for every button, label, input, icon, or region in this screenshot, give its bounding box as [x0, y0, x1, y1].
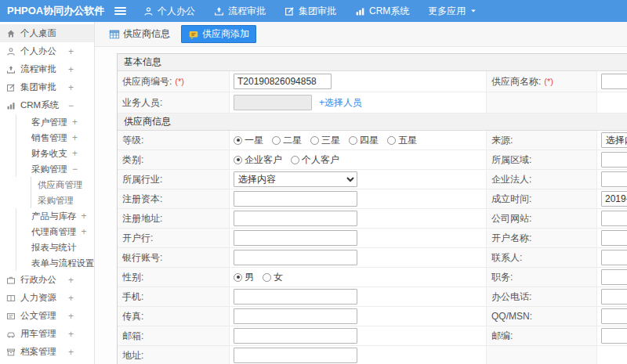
sidebar-item-reports[interactable]: 报表与统计: [16, 240, 94, 255]
gender-radio-group-option-1[interactable]: 女: [263, 271, 283, 284]
field-label-cell: 开户行:: [118, 229, 230, 247]
grade-radio-group-option-3[interactable]: 四星: [349, 134, 379, 147]
field-label-cell: 成立时间:: [486, 189, 597, 208]
account-name-input[interactable]: [601, 230, 627, 246]
category-radio-group-option-0[interactable]: 企业客户: [234, 153, 282, 167]
region-input[interactable]: [601, 152, 627, 168]
radio-icon[interactable]: [349, 136, 357, 145]
postcode-input[interactable]: [601, 328, 627, 344]
sidebar-item-form-process-settings[interactable]: 表单与流程设置+: [16, 255, 94, 271]
founding-date-input[interactable]: [601, 191, 627, 207]
sidebar-item-finance[interactable]: 财务收支+: [16, 146, 94, 161]
contact-person-input[interactable]: [601, 250, 627, 265]
expand-toggle-icon[interactable]: +: [68, 64, 74, 75]
registered-capital-input[interactable]: [234, 191, 357, 207]
expand-toggle-icon[interactable]: −: [68, 100, 74, 111]
hamburger-menu-icon[interactable]: [114, 7, 126, 15]
address-input[interactable]: [234, 348, 357, 363]
gender-radio-group-option-0[interactable]: 男: [234, 271, 254, 284]
field-label: 公司网站:: [491, 212, 531, 225]
sidebar-item-purchase-sub[interactable]: 采购管理: [31, 193, 94, 208]
nav-personal-office[interactable]: 个人办公: [143, 5, 195, 18]
sidebar-item-admin-office[interactable]: 行政办公+: [0, 271, 94, 289]
expand-toggle-icon[interactable]: +: [68, 293, 74, 304]
legal-person-input[interactable]: [601, 171, 627, 187]
category-radio-group-option-1[interactable]: 个人客户: [291, 153, 339, 167]
expand-toggle-icon[interactable]: +: [68, 329, 74, 340]
sidebar-item-product-inventory[interactable]: 产品与库存+: [16, 208, 94, 224]
bank-branch-input[interactable]: [234, 230, 357, 246]
office-phone-input[interactable]: [601, 289, 627, 305]
radio-icon[interactable]: [234, 156, 242, 164]
expand-toggle-icon[interactable]: +: [68, 275, 74, 286]
sidebar-item-archives[interactable]: 档案管理+: [0, 343, 94, 361]
body-row: 个人桌面个人办公+流程审批+集团审批+CRM系统−客户管理+销售管理+财务收支+…: [0, 22, 627, 364]
expand-toggle-icon[interactable]: +: [68, 46, 74, 57]
sidebar-item-customer-mgmt[interactable]: 客户管理+: [16, 114, 94, 130]
supplier-name-input[interactable]: [601, 74, 627, 89]
supplier-code-input[interactable]: [234, 74, 332, 89]
topbar: PHPOA协同办公软件 个人办公流程审批集团审批CRM系统更多应用: [0, 0, 627, 22]
nav-group-approval[interactable]: 集团审批: [285, 5, 336, 18]
sidebar-item-personal-office[interactable]: 个人办公+: [0, 42, 94, 60]
company-website-input[interactable]: [601, 211, 627, 226]
nav-crm-system[interactable]: CRM系统: [355, 5, 409, 18]
sidebar-item-crm-system[interactable]: CRM系统−: [0, 96, 94, 114]
source-select[interactable]: 选择内容: [601, 132, 627, 148]
grade-radio-group-option-0[interactable]: 一星: [234, 134, 263, 147]
radio-icon[interactable]: [234, 136, 242, 145]
add-supplier-icon: [188, 29, 199, 40]
field-label-cell: [486, 92, 597, 113]
user-icon: [6, 47, 16, 56]
expand-toggle-icon[interactable]: +: [72, 148, 78, 159]
sidebar-item-official-docs[interactable]: 公文管理+: [0, 307, 94, 325]
staff-input[interactable]: [234, 95, 312, 110]
position-input[interactable]: [601, 269, 627, 285]
nav-process-approval[interactable]: 流程审批: [214, 5, 266, 18]
radio-icon[interactable]: [234, 273, 242, 282]
email-input[interactable]: [234, 328, 357, 344]
idcard-icon: [6, 294, 16, 303]
radio-icon[interactable]: [291, 156, 299, 164]
sidebar-item-sales-mgmt[interactable]: 销售管理+: [16, 130, 94, 146]
nav-more-apps[interactable]: 更多应用: [428, 5, 477, 18]
sidebar-item-vehicle-mgmt[interactable]: 用车管理+: [0, 325, 94, 343]
radio-icon[interactable]: [387, 136, 396, 145]
qq-msn-input[interactable]: [601, 308, 627, 324]
radio-icon[interactable]: [272, 136, 281, 145]
field-value-cell: [597, 92, 627, 113]
expand-toggle-icon[interactable]: +: [68, 311, 74, 322]
industry-select[interactable]: 选择内容: [234, 171, 357, 187]
expand-toggle-icon[interactable]: +: [68, 82, 74, 93]
field-label-cell: 开户名称:: [486, 229, 597, 247]
expand-toggle-icon[interactable]: +: [72, 117, 78, 128]
tab-supplier-add[interactable]: 供应商添加: [181, 25, 256, 43]
sidebar-item-process-approval[interactable]: 流程审批+: [0, 60, 94, 78]
choose-staff-link[interactable]: +选择人员: [319, 96, 362, 110]
expand-toggle-icon[interactable]: +: [82, 226, 87, 237]
expand-toggle-icon[interactable]: +: [72, 132, 78, 143]
expand-toggle-icon[interactable]: −: [72, 164, 78, 175]
radio-icon[interactable]: [263, 273, 271, 282]
field-label-cell: 等级:: [118, 131, 230, 150]
sidebar-item-purchase-mgmt[interactable]: 采购管理−: [16, 161, 94, 177]
fax-input[interactable]: [234, 308, 357, 324]
sidebar-item-label: 表单与流程设置: [31, 258, 95, 269]
grade-radio-group-option-2[interactable]: 三星: [310, 134, 340, 147]
sidebar-item-supplier-mgmt[interactable]: 供应商管理: [31, 177, 94, 193]
sidebar-item-group-approval[interactable]: 集团审批+: [0, 78, 94, 96]
grade-radio-group-option-4[interactable]: 五星: [387, 134, 417, 147]
registered-address-input[interactable]: [234, 211, 357, 226]
sidebar-item-agent-mgmt[interactable]: 代理商管理+: [16, 224, 94, 240]
tab-supplier-info[interactable]: 供应商信息: [104, 25, 175, 43]
expand-toggle-icon[interactable]: +: [68, 347, 74, 358]
nav-item-label: 更多应用: [428, 5, 466, 18]
expand-toggle-icon[interactable]: +: [82, 211, 87, 222]
app-logo[interactable]: PHPOA协同办公软件: [0, 4, 102, 18]
grade-radio-group-option-1[interactable]: 二星: [272, 134, 302, 147]
bank-account-input[interactable]: [234, 250, 357, 265]
mobile-input[interactable]: [234, 289, 357, 305]
radio-icon[interactable]: [310, 136, 319, 145]
sidebar-item-hr[interactable]: 人力资源+: [0, 289, 94, 307]
sidebar-item-personal-desktop[interactable]: 个人桌面: [0, 24, 94, 42]
